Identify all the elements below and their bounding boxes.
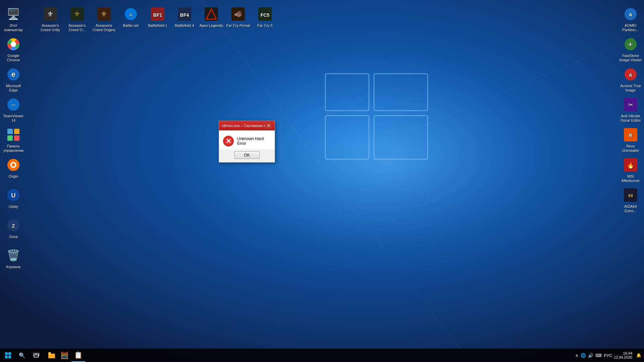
this-pc-icon: 🖥️ — [5, 6, 21, 22]
control-panel-label: Панель управления — [1, 144, 25, 153]
icon-aomei[interactable]: A AOMEI Partition... — [617, 3, 644, 34]
msi-icon: 🔥 — [623, 157, 639, 173]
battlenet-icon: ⚔ — [123, 6, 139, 22]
edge-label: Microsoft Edge — [1, 84, 25, 93]
svg-text:e: e — [11, 70, 15, 78]
desktop: 🖥️ Этот компьютер Google Chrome — [0, 0, 644, 362]
icon-acronis[interactable]: A Acronis True Image — [617, 64, 644, 94]
search-button[interactable]: 🔍 — [15, 349, 29, 362]
svg-rect-3 — [374, 74, 428, 111]
taskbar-left: 🔍 — [0, 349, 44, 362]
error-dialog: ctfmon.exe – Системная ошибка ✕ ✕ Unknow… — [219, 121, 275, 163]
icon-aida64[interactable]: 64 AIDA64 Extre... — [617, 184, 644, 215]
edge-icon: e — [5, 66, 21, 82]
icon-bf4[interactable]: BF4 Battlefield 4 — [171, 3, 198, 34]
icon-origin[interactable]: Origin — [0, 154, 27, 184]
dialog-titlebar: ctfmon.exe – Системная ошибка ✕ — [219, 121, 275, 130]
icon-zona[interactable]: Z Zona — [0, 215, 27, 245]
svg-line-8 — [322, 168, 470, 362]
tray-language[interactable]: РУС — [604, 353, 612, 358]
icon-apex[interactable]: Apex Legends — [198, 3, 225, 34]
icon-revo[interactable]: R Revo Uninstaller — [617, 124, 644, 154]
dialog-overlay: ctfmon.exe – Системная ошибка ✕ ✕ Unknow… — [0, 0, 644, 349]
svg-text:👁: 👁 — [628, 42, 633, 48]
tray-network-icon: 🌐 — [581, 353, 586, 358]
tray-up-arrow[interactable]: ∧ — [575, 353, 579, 358]
svg-text:✂: ✂ — [628, 102, 633, 108]
icon-farcry-primal[interactable]: 🐗 Far Cry Primal — [225, 3, 252, 34]
svg-text:⚜: ⚜ — [74, 10, 80, 18]
acronis-icon: A — [623, 66, 639, 82]
anti-vibrate-label: Anti-Vibrate Oscar Editor — [619, 114, 643, 123]
farcry-primal-icon: 🐗 — [230, 6, 246, 22]
svg-text:64: 64 — [628, 193, 633, 198]
taskbar-date-display: 12.04.2020 — [614, 355, 632, 359]
icon-this-pc[interactable]: 🖥️ Этот компьютер — [0, 3, 27, 34]
icon-chrome[interactable]: Google Chrome — [0, 34, 27, 64]
task-view-button[interactable] — [30, 349, 43, 362]
farcry5-label: Far Cry 5 — [257, 23, 273, 28]
svg-rect-5 — [374, 116, 428, 159]
icon-battlenet[interactable]: ⚔ Battle.net — [117, 3, 144, 34]
bf4-icon: BF4 — [176, 6, 193, 22]
uplay-label: Uplay — [9, 204, 18, 209]
notifications-button[interactable]: 🔔 — [636, 353, 641, 358]
origin-label: Origin — [8, 174, 18, 179]
svg-text:Z: Z — [12, 223, 15, 229]
svg-text:🐗: 🐗 — [234, 10, 243, 18]
bf1-label: Battlefield 1 — [148, 23, 167, 28]
icon-faststone[interactable]: 👁 FastStone Image Viewer — [617, 34, 644, 64]
faststone-label: FastStone Image Viewer — [619, 54, 643, 62]
icon-ac-origins[interactable]: ⚜ Assassins Creed Origins — [91, 3, 117, 34]
apex-label: Apex Legends — [200, 23, 223, 28]
taskbar-clock[interactable]: 16:44 12.04.2020 — [614, 351, 632, 359]
desktop-icons-top: ⚜ Assassin's Creed Unity ⚜ Assassin's Cr… — [34, 0, 282, 37]
icon-uplay[interactable]: U Uplay — [0, 184, 27, 215]
svg-text:R: R — [629, 133, 632, 138]
taskbar-tablet[interactable]: 📋 — [71, 349, 85, 362]
svg-rect-16 — [7, 129, 13, 134]
icon-msi[interactable]: 🔥 MSI Afterburner — [617, 154, 644, 184]
chrome-icon — [5, 36, 21, 52]
taskbar-calculator[interactable]: 🧮 — [58, 349, 71, 362]
svg-text:FC5: FC5 — [261, 12, 270, 18]
aomei-label: AOMEI Partition... — [619, 23, 643, 32]
tray-volume-icon[interactable]: 🔊 — [588, 353, 593, 358]
recycle-bin-icon: 🗑️ — [5, 247, 21, 263]
icon-recycle-bin[interactable]: 🗑️ Корзина — [0, 245, 27, 275]
chrome-label: Google Chrome — [1, 54, 25, 62]
svg-text:A: A — [629, 12, 632, 17]
taskbar-file-explorer[interactable] — [46, 349, 58, 362]
aida64-icon: 64 — [623, 187, 639, 203]
icon-anti-vibrate[interactable]: ✂ Anti-Vibrate Oscar Editor — [617, 94, 644, 124]
dialog-title: ctfmon.exe – Системная ошибка — [222, 124, 265, 128]
svg-rect-4 — [325, 116, 369, 159]
icon-ac-o[interactable]: ⚜ Assassin's Creed O... — [64, 3, 91, 34]
bf1-icon: BF1 — [150, 6, 166, 22]
dialog-ok-button[interactable]: OK — [234, 151, 260, 159]
icon-edge[interactable]: e Microsoft Edge — [0, 64, 27, 94]
ac-o-icon: ⚜ — [69, 6, 85, 22]
desktop-icons-left: 🖥️ Этот компьютер Google Chrome — [0, 0, 27, 278]
start-button[interactable] — [1, 349, 15, 362]
teamviewer-label: TeamViewer 14 — [1, 114, 25, 123]
uplay-icon: U — [5, 187, 21, 203]
icon-control-panel[interactable]: Панель управления — [0, 124, 27, 154]
taskbar-right: ∧ 🌐 🔊 ⌨ РУС 16:44 12.04.2020 🔔 — [575, 351, 644, 359]
icon-farcry5[interactable]: FC5 Far Cry 5 — [252, 3, 278, 34]
dialog-close-button[interactable]: ✕ — [265, 122, 272, 129]
svg-text:🔥: 🔥 — [627, 162, 635, 169]
svg-text:⚔: ⚔ — [128, 12, 133, 17]
icon-ac-unity[interactable]: ⚜ Assassin's Creed Unity — [37, 3, 64, 34]
anti-vibrate-icon: ✂ — [623, 97, 639, 113]
svg-line-7 — [322, 34, 644, 168]
svg-rect-62 — [8, 356, 11, 358]
taskbar: 🔍 🧮 📋 ∧ 🌐 — [0, 349, 644, 362]
svg-rect-0 — [0, 0, 644, 362]
teamviewer-icon: ↔ — [5, 97, 21, 113]
icon-teamviewer[interactable]: ↔ TeamViewer 14 — [0, 94, 27, 124]
dialog-body: ✕ Unknown Hard Error — [219, 130, 275, 149]
icon-bf1[interactable]: BF1 Battlefield 1 — [144, 3, 171, 34]
ac-origins-icon: ⚜ — [96, 6, 112, 22]
revo-label: Revo Uninstaller — [619, 144, 643, 153]
